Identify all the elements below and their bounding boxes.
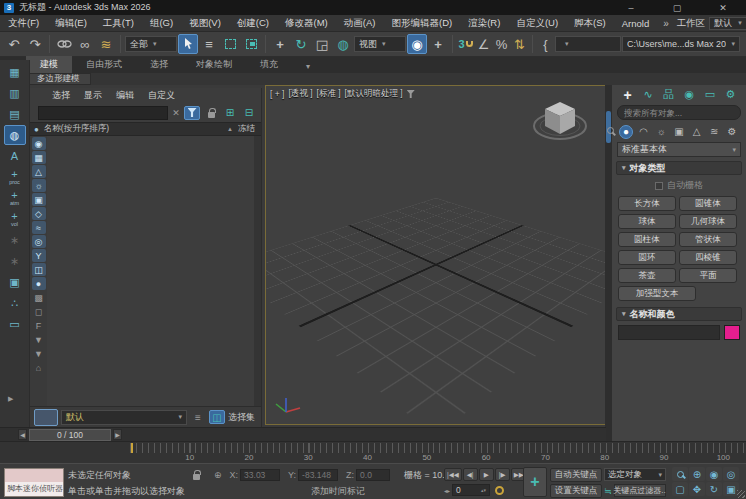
filter-shapes-icon[interactable]: △: [32, 165, 46, 178]
display-frozen-icon[interactable]: ◻: [32, 305, 46, 318]
display-toggle-column-icon[interactable]: ●: [34, 125, 39, 134]
menu-item[interactable]: 修改器(M): [277, 15, 336, 31]
primitive-button[interactable]: 四棱锥: [679, 250, 737, 265]
primitive-button[interactable]: 管状体: [679, 232, 737, 247]
default-in-out-tangent-icon[interactable]: [495, 486, 504, 495]
advanced-filter-icon[interactable]: ▼: [32, 333, 46, 346]
toolbar-overflow-chevron[interactable]: »: [741, 34, 746, 54]
set-key-button[interactable]: 设置关键点: [550, 484, 602, 498]
named-selection-dropdown[interactable]: ▾: [555, 36, 621, 52]
autogrid-checkbox[interactable]: [655, 182, 663, 190]
explorer-search-input[interactable]: [38, 106, 168, 120]
primitive-button-textplus[interactable]: 加强型文本: [618, 286, 696, 301]
menu-item[interactable]: 自定义(U): [508, 15, 566, 31]
explorer-expand-button[interactable]: ▶: [8, 395, 13, 403]
ribbon-tab[interactable]: 自由形式: [72, 56, 136, 73]
menu-item[interactable]: 创建(C): [229, 15, 277, 31]
window-resize-grip[interactable]: [737, 490, 745, 498]
absolute-offset-toggle[interactable]: ⊕: [214, 470, 222, 480]
y-coordinate-field[interactable]: -83.148: [298, 469, 338, 481]
macro-recorder-strip[interactable]: [5, 469, 63, 482]
photometric-light-icon[interactable]: A: [4, 146, 26, 166]
display-influences-icon[interactable]: ▩: [32, 291, 46, 304]
set-keys-button[interactable]: +: [523, 467, 547, 497]
filter-geometry-icon[interactable]: ▦: [32, 151, 46, 164]
command-panel-scrollbar[interactable]: [605, 85, 612, 441]
search-all-objects-input[interactable]: [617, 105, 741, 120]
window-crossing-icon[interactable]: [241, 34, 261, 54]
x-coordinate-field[interactable]: 33.03: [240, 469, 280, 481]
primitive-button[interactable]: 茶壶: [618, 268, 676, 283]
explorer-menu-item[interactable]: 显示: [78, 89, 108, 102]
light-editor-icon[interactable]: ▦: [4, 62, 26, 82]
collapse-all-button[interactable]: ⊟: [241, 106, 257, 120]
menu-item[interactable]: 图形编辑器(D): [383, 15, 460, 31]
bind-spacewarp-icon[interactable]: ≋: [96, 34, 116, 54]
object-name-field[interactable]: [618, 325, 720, 340]
modify-tab[interactable]: ∿: [641, 87, 656, 102]
explorer-mode-button[interactable]: [34, 409, 58, 426]
z-coordinate-field[interactable]: 0.0: [356, 469, 390, 481]
name-column-header[interactable]: 名称(按升序排序): [44, 123, 109, 135]
atmosphere-icon[interactable]: +atm: [4, 188, 26, 208]
zoom-all-icon[interactable]: ⊕: [689, 467, 705, 481]
explorer-menu-item[interactable]: 编辑: [110, 89, 140, 102]
scene-object-list[interactable]: [47, 136, 254, 406]
angle-snap-button[interactable]: ∠: [475, 34, 492, 54]
workspace-dropdown[interactable]: 默认 ▾: [709, 17, 746, 30]
explorer-preset-dropdown[interactable]: 默认 ▾: [61, 410, 187, 425]
edit-named-sets-button[interactable]: {: [537, 34, 554, 54]
lock-explorer-button[interactable]: [203, 106, 219, 120]
menu-item[interactable]: 文件(F): [0, 15, 47, 31]
display-hidden-icon[interactable]: F: [32, 319, 46, 332]
filter-lights-icon[interactable]: ☼: [32, 179, 46, 192]
clear-search-icon[interactable]: ✕: [171, 108, 181, 118]
utilities-tab[interactable]: ⚙: [723, 87, 738, 102]
light-group-icon[interactable]: ∴: [4, 293, 26, 313]
close-button[interactable]: ✕: [700, 0, 746, 15]
menu-item[interactable]: 渲染(R): [460, 15, 508, 31]
disabled-tool-icon[interactable]: ∗: [4, 230, 26, 250]
auto-key-button[interactable]: 自动关键点: [550, 468, 602, 482]
next-frame-arrow[interactable]: ▶: [113, 429, 122, 440]
select-place-button[interactable]: ◍: [333, 34, 353, 54]
pan-icon[interactable]: ✥: [689, 482, 705, 496]
select-by-name-button[interactable]: ≡: [199, 34, 219, 54]
container-helper-icon[interactable]: ⌂: [32, 361, 46, 374]
menu-item[interactable]: Arnold: [614, 15, 657, 31]
minimize-button[interactable]: –: [608, 0, 654, 15]
hierarchy-tab[interactable]: 品: [661, 87, 676, 102]
prev-frame-arrow[interactable]: ◀: [18, 429, 27, 440]
key-filters-button[interactable]: 关键点过滤器..: [614, 484, 666, 497]
percent-snap-button[interactable]: %: [493, 34, 510, 54]
filter-all-icon[interactable]: ◉: [32, 137, 46, 150]
primitive-button[interactable]: 平面: [679, 268, 737, 283]
project-folder-dropdown[interactable]: C:\Users\me...ds Max 2026 ▾: [622, 36, 740, 52]
select-manipulate-button[interactable]: +: [428, 34, 448, 54]
time-slider-handle[interactable]: 0 / 100: [29, 429, 111, 441]
freeze-column-header[interactable]: 冻结: [238, 123, 255, 135]
maximize-button[interactable]: ▢: [654, 0, 700, 15]
primitive-button[interactable]: 几何球体: [679, 214, 737, 229]
current-frame-field[interactable]: 0 ▴▾: [452, 484, 490, 496]
primitive-button[interactable]: 圆环: [618, 250, 676, 265]
key-mode-toggle[interactable]: ◂▸: [444, 487, 450, 494]
explorer-scrollbar[interactable]: [254, 136, 261, 406]
zoom-extents-all-icon[interactable]: ◎: [723, 467, 739, 481]
filter-materials-icon[interactable]: ●: [32, 277, 46, 290]
select-object-button[interactable]: [178, 34, 198, 54]
display-tab[interactable]: ▭: [702, 87, 717, 102]
name-color-rollout[interactable]: ▾ 名称和颜色: [616, 307, 742, 321]
primitive-button[interactable]: 球体: [618, 214, 676, 229]
selection-set-stack-icon[interactable]: ≡: [190, 410, 206, 424]
select-link-icon[interactable]: [54, 34, 74, 54]
primitive-button[interactable]: 长方体: [618, 196, 676, 211]
explorer-menu-item[interactable]: 自定义: [142, 89, 181, 102]
viewport-shading-menu[interactable]: [默认明暗处理 ]: [345, 88, 403, 100]
expand-all-button[interactable]: ⊞: [222, 106, 238, 120]
move-button[interactable]: +: [270, 34, 290, 54]
key-filter-icon[interactable]: ≒: [604, 486, 612, 496]
go-to-start-button[interactable]: |◀◀: [444, 468, 462, 481]
disabled-tool-icon-2[interactable]: ∗: [4, 251, 26, 271]
listener-text[interactable]: 脚本迷你侦听器: [5, 482, 63, 496]
